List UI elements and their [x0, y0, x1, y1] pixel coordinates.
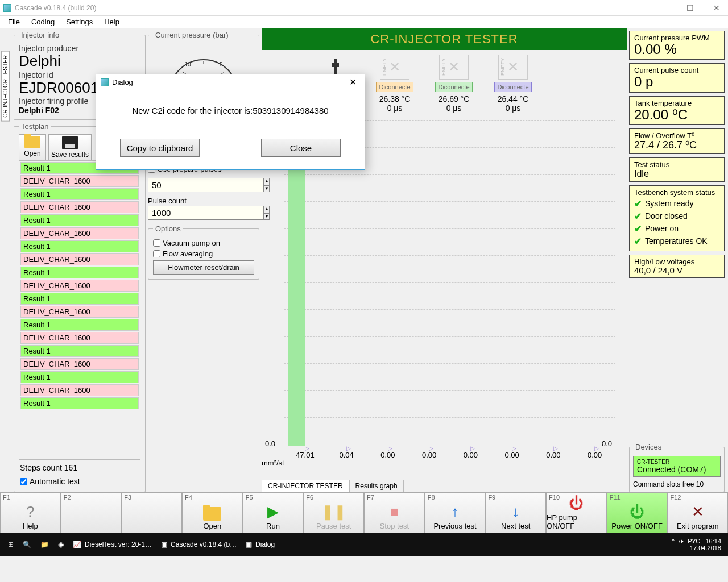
pulse-count-label: Pulse count — [148, 197, 259, 205]
result-item[interactable]: DELIV_CHAR_1600 — [20, 253, 139, 265]
svg-text:15: 15 — [216, 61, 223, 68]
result-item[interactable]: Result 1 — [20, 240, 139, 252]
fkey-f2[interactable]: F2 — [61, 493, 122, 533]
taskbar-app-1[interactable]: 📈 DieselTest ver: 20-1… — [68, 533, 156, 556]
result-item[interactable]: Result 1 — [20, 293, 139, 305]
disconnect-button[interactable]: Diconnecte — [494, 82, 531, 92]
y-zero-right: 0.0 — [602, 439, 612, 448]
close-button[interactable]: ✕ — [709, 2, 725, 14]
fkey-f12[interactable]: F12✕Exit program — [667, 493, 728, 533]
start-button[interactable]: ⊞ — [3, 533, 18, 556]
dialog-message: New C2i code for the injector is:5039130… — [96, 90, 365, 128]
fkey-f4[interactable]: F4Open — [182, 493, 243, 533]
dialog-title: Dialog — [112, 78, 346, 86]
taskbar-app-3[interactable]: ▣ Dialog — [241, 533, 279, 556]
y-zero-left: 0.0 — [265, 439, 275, 448]
fkey-f10[interactable]: F10⏻HP pump ON/OFF — [546, 493, 607, 533]
x-values: 47.010.040.000.000.000.000.000.00 — [284, 451, 615, 459]
result-item[interactable]: DELIV_CHAR_1600 — [20, 358, 139, 370]
result-item[interactable]: Result 1 — [20, 319, 139, 331]
prepare-pulses-input[interactable] — [148, 178, 264, 192]
x-label: mm³/st — [262, 459, 284, 467]
result-item[interactable]: DELIV_CHAR_1600 — [20, 175, 139, 187]
dialog-icon — [101, 78, 109, 86]
tank-temp-box: Tank temperature 20.00 ⁰C — [629, 96, 725, 125]
fkey-f1[interactable]: F1?Help — [0, 493, 61, 533]
dialog-close-icon[interactable]: ✕ — [346, 77, 360, 88]
result-item[interactable]: DELIV_CHAR_1600 — [20, 280, 139, 292]
tab-results-graph[interactable]: Results graph — [349, 480, 404, 492]
open-button[interactable]: Open — [19, 134, 46, 160]
menu-help[interactable]: Help — [98, 16, 125, 27]
check-icon: ✔ — [634, 211, 642, 222]
check-icon: ✔ — [634, 198, 642, 209]
fkey-f5[interactable]: F5▶Run — [243, 493, 304, 533]
menu-coding[interactable]: Coding — [26, 16, 60, 27]
disk-icon — [62, 136, 78, 149]
options-legend: Options — [153, 225, 183, 233]
disconnect-button[interactable]: Diconnecte — [435, 82, 472, 92]
result-item[interactable]: DELIV_CHAR_1600 — [20, 227, 139, 239]
automatic-test-label: Automatic test — [30, 477, 80, 486]
function-key-row: F1?HelpF2F3F4OpenF5▶RunF6❚❚Pause testF7■… — [0, 492, 728, 533]
chart-tabs: CR-INJECTOR TESTER Results graph — [262, 480, 627, 492]
side-tab: CR-INJECTOR TESTER — [0, 28, 11, 492]
result-item[interactable]: Result 1 — [20, 345, 139, 357]
result-item[interactable]: DELIV_CHAR_1600 — [20, 384, 139, 396]
fkey-f11[interactable]: F11⏻Power ON/OFF — [607, 493, 668, 533]
close-dialog-button[interactable]: Close — [261, 139, 341, 157]
folder-icon — [24, 136, 40, 148]
steps-count: Steps count 161 — [19, 460, 140, 476]
explorer-icon[interactable]: 📁 — [36, 533, 53, 556]
device-card[interactable]: CR-TESTER Connected (COM7) — [633, 456, 721, 477]
fkey-f9[interactable]: F9↓Next test — [485, 493, 546, 533]
pwm-box: Current pressure PWM 0.00 % — [629, 31, 725, 60]
result-item[interactable]: DELIV_CHAR_1600 — [20, 306, 139, 318]
tab-cr-tester[interactable]: CR-INJECTOR TESTER — [262, 480, 349, 492]
flow-averaging-checkbox[interactable] — [153, 250, 160, 257]
check-icon: ✔ — [634, 236, 642, 247]
side-tab-label[interactable]: CR-INJECTOR TESTER — [1, 51, 10, 122]
dialog: Dialog ✕ New C2i code for the injector i… — [96, 74, 365, 170]
search-icon[interactable]: 🔍 — [18, 533, 36, 556]
pulse-count-box: Current pulse count 0 p — [629, 63, 725, 92]
result-item[interactable]: DELIV_CHAR_1600 — [20, 201, 139, 213]
fkey-f7[interactable]: F7■Stop test — [364, 493, 425, 533]
fkey-f3[interactable]: F3 — [121, 493, 182, 533]
injector-slot: EMPTY✕Diconnecte26.69 °C0 μs — [431, 55, 477, 113]
fkey-f6[interactable]: F6❚❚Pause test — [303, 493, 364, 533]
flow-temp-box: Flow / Overflow T⁰ 27.4 / 26.7 ⁰C — [629, 128, 725, 154]
result-item[interactable]: Result 1 — [20, 397, 139, 409]
result-item[interactable]: Result 1 — [20, 214, 139, 226]
chrome-icon[interactable]: ◉ — [53, 533, 68, 556]
menu-settings[interactable]: Settings — [60, 16, 98, 27]
disconnect-button[interactable]: Diconnecte — [376, 82, 413, 92]
result-item[interactable]: DELIV_CHAR_1600 — [20, 332, 139, 344]
result-item[interactable]: Result 1 — [20, 371, 139, 383]
producer-label: Injector producer — [19, 44, 140, 53]
maximize-button[interactable]: ☐ — [682, 2, 698, 14]
save-results-button[interactable]: Save results — [48, 134, 92, 160]
injector-info-legend: Injector info — [19, 31, 61, 39]
pressure-legend: Current pressure (bar) — [153, 31, 231, 39]
svg-text:10: 10 — [184, 61, 191, 68]
pulse-count-input[interactable] — [148, 206, 264, 220]
result-item[interactable]: Result 1 — [20, 267, 139, 278]
vacuum-pump-checkbox[interactable] — [153, 239, 160, 247]
taskbar-app-2[interactable]: ▣ Cascade v0.18.4 (b… — [156, 533, 241, 556]
titlebar: Cascade v0.18.4 (build 20) — ☐ ✕ — [0, 0, 728, 16]
copy-to-clipboard-button[interactable]: Copy to clipboard — [120, 139, 200, 157]
testplan-panel: Testplan Open Save results Result 1DELIV… — [14, 122, 146, 492]
result-list[interactable]: Result 1DELIV_CHAR_1600Result 1DELIV_CHA… — [19, 160, 140, 460]
fkey-f8[interactable]: F8↑Previous test — [425, 493, 486, 533]
taskbar-clock[interactable]: ^ 🕩 РУС 16:1417.04.2018 — [672, 538, 725, 551]
options-panel: Options Vacuum pump on Flow averaging Fl… — [148, 225, 259, 280]
cr-banner: CR-INJECTOR TESTER — [262, 28, 627, 50]
flowmeter-reset-button[interactable]: Flowmeter reset/drain — [153, 260, 254, 275]
window-title: Cascade v0.18.4 (build 20) — [15, 4, 655, 12]
minimize-button[interactable]: — — [655, 2, 672, 14]
menu-file[interactable]: File — [2, 16, 26, 27]
result-item[interactable]: Result 1 — [20, 188, 139, 200]
automatic-test-checkbox[interactable] — [20, 478, 27, 485]
producer-value: Delphi — [19, 53, 140, 69]
